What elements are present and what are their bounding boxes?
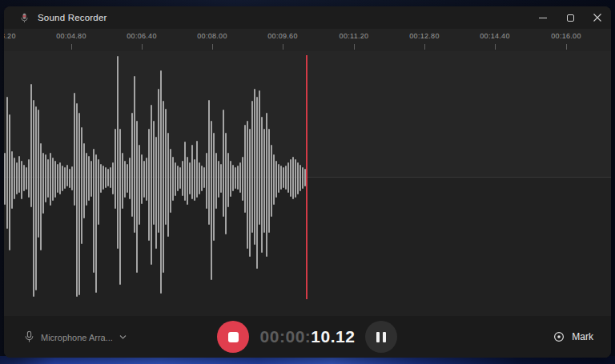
timeline-tick-label: 00:04.80 [56, 32, 86, 40]
elapsed-time: 00:00:10.12 [260, 327, 356, 346]
microphone-selector-label: Microphone Arra... [41, 332, 113, 342]
stop-recording-button[interactable] [217, 321, 249, 353]
close-icon [593, 14, 601, 22]
timeline-tick-mark [283, 44, 283, 50]
microphone-icon [24, 331, 34, 343]
close-button[interactable] [584, 6, 611, 29]
desktop-background: Sound Recorder 00:03.2000:04.8000:06.400… [0, 0, 615, 364]
titlebar: Sound Recorder [4, 6, 611, 29]
minimize-icon [539, 18, 547, 18]
transport-bar: Microphone Arra... 00:00:10.12 [4, 316, 611, 358]
marker-pin-icon [553, 330, 565, 343]
microphone-app-icon [19, 13, 30, 23]
timeline-tick-label: 00:12.80 [409, 32, 439, 40]
timeline-tick-mark [142, 44, 143, 50]
chevron-down-icon [119, 334, 127, 339]
timeline-tick-label: 00:09.60 [267, 32, 297, 40]
timeline-ruler: 00:03.2000:04.8000:06.4000:08.0000:09.60… [4, 29, 611, 51]
timeline-tick-mark [424, 44, 425, 50]
add-marker-label: Mark [572, 331, 593, 342]
timeline-tick-mark [495, 44, 496, 50]
minimize-button[interactable] [529, 6, 557, 29]
caption-buttons [529, 6, 611, 29]
timeline-tick-mark [566, 44, 567, 50]
timeline-tick-mark [71, 44, 72, 50]
pause-icon [383, 332, 386, 342]
sound-recorder-window: Sound Recorder 00:03.2000:04.8000:06.400… [4, 6, 611, 358]
timeline-tick-label: 00:11.20 [340, 32, 369, 40]
elapsed-time-seconds: 10.12 [311, 327, 355, 346]
waveform-bars [4, 51, 611, 316]
timeline-tick-label: 00:03.20 [4, 32, 16, 40]
timeline-tick-label: 00:08.00 [197, 32, 227, 40]
timeline-tick-mark [354, 44, 355, 50]
stop-icon [228, 332, 239, 342]
add-marker-button[interactable]: Mark [553, 330, 593, 343]
elapsed-time-hours-minutes: 00:00: [260, 327, 312, 346]
window-title: Sound Recorder [38, 13, 107, 22]
timeline-tick-label: 00:06.40 [127, 32, 156, 40]
maximize-button[interactable] [557, 6, 584, 29]
pause-icon [376, 332, 380, 342]
timeline-tick-mark [212, 44, 213, 50]
microphone-selector[interactable]: Microphone Arra... [24, 331, 127, 343]
waveform-area [4, 51, 611, 316]
timeline-tick-label: 00:14.40 [480, 32, 509, 40]
playhead-cursor [306, 55, 308, 299]
timeline-tick-label: 00:16.00 [551, 32, 581, 40]
maximize-icon [567, 14, 574, 22]
pause-recording-button[interactable] [365, 321, 397, 353]
